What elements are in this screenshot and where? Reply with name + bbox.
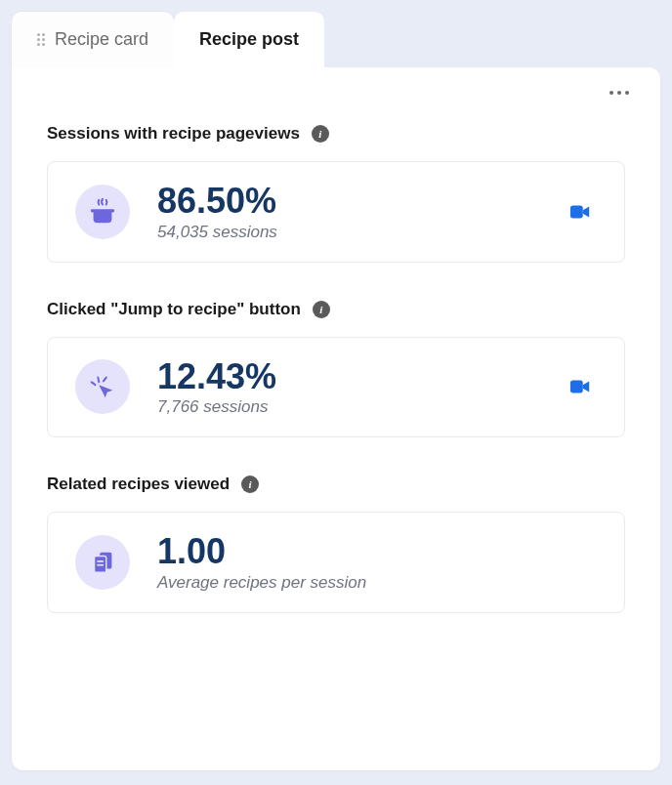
tab-recipe-card[interactable]: Recipe card bbox=[12, 12, 174, 67]
tabs-bar: Recipe card Recipe post bbox=[12, 12, 660, 67]
info-icon[interactable]: i bbox=[241, 475, 259, 493]
section-title: Clicked "Jump to recipe" button bbox=[47, 300, 301, 319]
section-related: Related recipes viewed i 1.00 Average re… bbox=[47, 475, 625, 613]
more-options-icon[interactable] bbox=[606, 87, 633, 99]
metric-card: 86.50% 54,035 sessions bbox=[47, 161, 625, 263]
metric-sub: 7,766 sessions bbox=[157, 397, 536, 417]
metric: 86.50% 54,035 sessions bbox=[157, 182, 536, 242]
metric-sub: Average recipes per session bbox=[157, 573, 597, 593]
metric-value: 86.50% bbox=[157, 182, 536, 221]
metric-value: 1.00 bbox=[157, 532, 597, 571]
pot-icon bbox=[75, 185, 130, 239]
metric-card: 12.43% 7,766 sessions bbox=[47, 337, 625, 438]
section-title: Sessions with recipe pageviews bbox=[47, 124, 300, 144]
tab-recipe-post[interactable]: Recipe post bbox=[174, 12, 324, 67]
svg-rect-6 bbox=[97, 564, 104, 566]
section-jump: Clicked "Jump to recipe" button i 12.43%… bbox=[47, 300, 625, 438]
info-icon[interactable]: i bbox=[313, 301, 330, 318]
section-pageviews: Sessions with recipe pageviews i 86.50% … bbox=[47, 124, 625, 263]
section-title: Related recipes viewed bbox=[47, 475, 230, 494]
tab-label: Recipe card bbox=[55, 29, 148, 50]
tab-label: Recipe post bbox=[199, 29, 299, 50]
svg-rect-1 bbox=[570, 205, 583, 218]
svg-rect-2 bbox=[570, 381, 583, 393]
camera-icon[interactable] bbox=[564, 196, 597, 227]
metric: 12.43% 7,766 sessions bbox=[157, 357, 536, 418]
panel: Sessions with recipe pageviews i 86.50% … bbox=[12, 67, 660, 770]
info-icon[interactable]: i bbox=[312, 125, 329, 143]
metric-value: 12.43% bbox=[157, 357, 536, 396]
metric: 1.00 Average recipes per session bbox=[157, 532, 597, 593]
document-icon bbox=[75, 535, 130, 590]
svg-rect-5 bbox=[97, 560, 104, 562]
section-header: Clicked "Jump to recipe" button i bbox=[47, 300, 625, 319]
section-header: Related recipes viewed i bbox=[47, 475, 625, 494]
section-header: Sessions with recipe pageviews i bbox=[47, 124, 625, 144]
svg-rect-0 bbox=[91, 209, 114, 212]
metric-sub: 54,035 sessions bbox=[157, 223, 536, 242]
camera-icon[interactable] bbox=[564, 371, 597, 402]
metric-card: 1.00 Average recipes per session bbox=[47, 512, 625, 613]
click-icon bbox=[75, 359, 130, 414]
drag-handle-icon[interactable] bbox=[37, 33, 45, 46]
